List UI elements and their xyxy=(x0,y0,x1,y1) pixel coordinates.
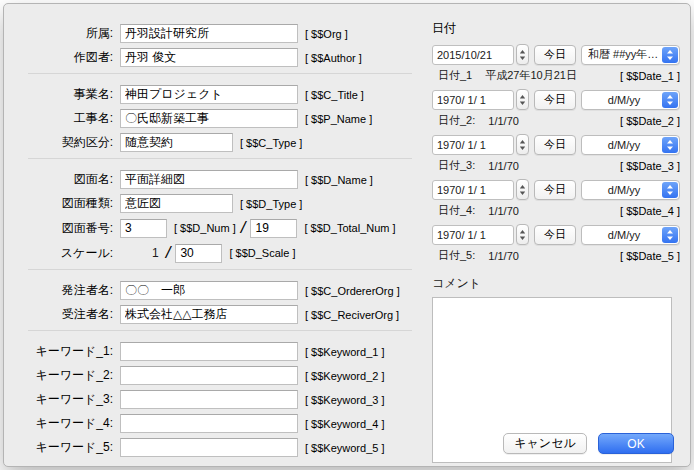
date-stepper-1[interactable] xyxy=(516,44,529,65)
orderer-tag: [ $$C_OrdererOrg ] xyxy=(305,285,400,297)
drawing-type-input[interactable] xyxy=(120,194,233,213)
drawing-name-label: 図面名: xyxy=(18,171,120,188)
date-1-sub-label: 日付_1 xyxy=(438,68,472,83)
date-format-select-2[interactable]: d/M/yy xyxy=(581,90,680,110)
keyword-3-input[interactable] xyxy=(120,390,298,409)
drawing-total-tag: [ $$D_Total_Num ] xyxy=(304,222,395,234)
today-button-4[interactable]: 今日 xyxy=(534,180,576,200)
date-stepper-5[interactable] xyxy=(516,224,529,245)
date-field-2-value: 1970/ 1/ 1 xyxy=(437,94,486,106)
date-3-tag: [ $$Date_3 ] xyxy=(620,160,680,172)
keyword-4-input[interactable] xyxy=(120,414,298,433)
contract-title-label: 事業名: xyxy=(18,86,120,103)
keyword-row-4: キーワード_4: [ $$Keyword_4 ] xyxy=(18,414,418,433)
date-format-select-3[interactable]: d/M/yy xyxy=(581,135,680,155)
stepper-arrows-icon xyxy=(519,94,526,106)
date-format-select-5[interactable]: d/M/yy xyxy=(581,225,680,245)
stepper-arrows-icon xyxy=(519,139,526,151)
date-column: 日付 2015/10/21 今日 和暦 ##yy年M月… 日付_1 平成27年1… xyxy=(432,20,680,466)
project-name-label: 工事名: xyxy=(18,110,120,127)
stepper-arrows-icon xyxy=(519,49,526,61)
keyword-1-input[interactable] xyxy=(120,342,298,361)
date-field-5-value: 1970/ 1/ 1 xyxy=(437,229,486,241)
date-row-5: 1970/ 1/ 1 今日 d/M/yy xyxy=(432,224,680,245)
today-button-1[interactable]: 今日 xyxy=(534,45,576,65)
divider xyxy=(28,330,412,331)
date-1-tag: [ $$Date_1 ] xyxy=(620,70,680,82)
date-format-select-1[interactable]: 和暦 ##yy年M月… xyxy=(581,45,680,65)
date-field-2[interactable]: 1970/ 1/ 1 xyxy=(432,90,514,110)
date-format-5-value: d/M/yy xyxy=(588,229,660,241)
keyword-row-2: キーワード_2: [ $$Keyword_2 ] xyxy=(18,366,418,385)
left-form-column: 所属: [ $$Org ] 作図者: [ $$Author ] 事業名: [ $… xyxy=(18,24,418,462)
keyword-2-input[interactable] xyxy=(120,366,298,385)
date-format-2-value: d/M/yy xyxy=(588,94,660,106)
popup-arrows-icon xyxy=(662,182,678,198)
keyword-5-input[interactable] xyxy=(120,438,298,457)
scale-input[interactable] xyxy=(175,244,222,263)
today-button-5[interactable]: 今日 xyxy=(534,225,576,245)
date-5-tag: [ $$Date_5 ] xyxy=(620,250,680,262)
date-field-3-value: 1970/ 1/ 1 xyxy=(437,139,486,151)
date-sub-row-3: 日付_3: 1/1/70 [ $$Date_3 ] xyxy=(438,158,680,173)
drawing-type-row: 図面種類: [ $$D_Type ] xyxy=(18,194,418,213)
author-label: 作図者: xyxy=(18,49,120,66)
popup-arrows-icon xyxy=(662,227,678,243)
keyword-3-tag: [ $$Keyword_3 ] xyxy=(305,394,385,406)
date-section-title: 日付 xyxy=(432,20,680,37)
date-1-sub-value: 平成27年10月21日 xyxy=(485,68,577,83)
project-name-input[interactable] xyxy=(120,109,298,128)
org-input[interactable] xyxy=(120,24,298,43)
stepper-arrows-icon xyxy=(519,184,526,196)
contract-type-input[interactable] xyxy=(120,133,233,152)
drawing-name-tag: [ $$D_Name ] xyxy=(305,174,373,186)
project-name-tag: [ $$P_Name ] xyxy=(305,113,372,125)
date-3-sub-label: 日付_3: xyxy=(438,158,475,173)
popup-arrows-icon xyxy=(662,47,678,63)
orderer-row: 発注者名: [ $$C_OrdererOrg ] xyxy=(18,281,418,300)
keyword-row-3: キーワード_3: [ $$Keyword_3 ] xyxy=(18,390,418,409)
scale-numerator: 1 xyxy=(152,246,159,260)
popup-arrows-icon xyxy=(662,92,678,108)
date-field-1[interactable]: 2015/10/21 xyxy=(432,45,514,65)
today-button-2[interactable]: 今日 xyxy=(534,90,576,110)
drawing-number-label: 図面番号: xyxy=(18,220,120,237)
date-stepper-2[interactable] xyxy=(516,89,529,110)
orderer-input[interactable] xyxy=(120,281,298,300)
slash-separator: / xyxy=(166,243,171,263)
date-format-1-value: 和暦 ##yy年M月… xyxy=(588,47,660,62)
contract-type-row: 契約区分: [ $$C_Type ] xyxy=(18,133,418,152)
date-format-select-4[interactable]: d/M/yy xyxy=(581,180,680,200)
drawing-name-input[interactable] xyxy=(120,170,298,189)
drawing-total-input[interactable] xyxy=(250,219,297,238)
contract-title-row: 事業名: [ $$C_Title ] xyxy=(18,85,418,104)
drawing-number-tag: [ $$D_Num ] xyxy=(174,222,236,234)
comment-label: コメント xyxy=(432,275,680,292)
receiver-input[interactable] xyxy=(120,305,298,324)
org-label: 所属: xyxy=(18,25,120,42)
footer: キャンセル OK xyxy=(503,433,674,454)
contract-type-label: 契約区分: xyxy=(18,134,120,151)
date-field-5[interactable]: 1970/ 1/ 1 xyxy=(432,225,514,245)
date-field-3[interactable]: 1970/ 1/ 1 xyxy=(432,135,514,155)
date-row-3: 1970/ 1/ 1 今日 d/M/yy xyxy=(432,134,680,155)
ok-button[interactable]: OK xyxy=(598,433,674,454)
date-field-4-value: 1970/ 1/ 1 xyxy=(437,184,486,196)
date-field-4[interactable]: 1970/ 1/ 1 xyxy=(432,180,514,200)
date-row-4: 1970/ 1/ 1 今日 d/M/yy xyxy=(432,179,680,200)
date-stepper-3[interactable] xyxy=(516,134,529,155)
drawing-number-input[interactable] xyxy=(120,219,167,238)
keyword-2-tag: [ $$Keyword_2 ] xyxy=(305,370,385,382)
keyword-1-label: キーワード_1: xyxy=(18,343,120,360)
keyword-5-label: キーワード_5: xyxy=(18,439,120,456)
keyword-2-label: キーワード_2: xyxy=(18,367,120,384)
contract-title-input[interactable] xyxy=(120,85,298,104)
date-stepper-4[interactable] xyxy=(516,179,529,200)
keyword-row-1: キーワード_1: [ $$Keyword_1 ] xyxy=(18,342,418,361)
org-row: 所属: [ $$Org ] xyxy=(18,24,418,43)
author-input[interactable] xyxy=(120,48,298,67)
date-sub-row-5: 日付_5: 1/1/70 [ $$Date_5 ] xyxy=(438,248,680,263)
today-button-3[interactable]: 今日 xyxy=(534,135,576,155)
cancel-button[interactable]: キャンセル xyxy=(503,433,587,454)
date-format-3-value: d/M/yy xyxy=(588,139,660,151)
